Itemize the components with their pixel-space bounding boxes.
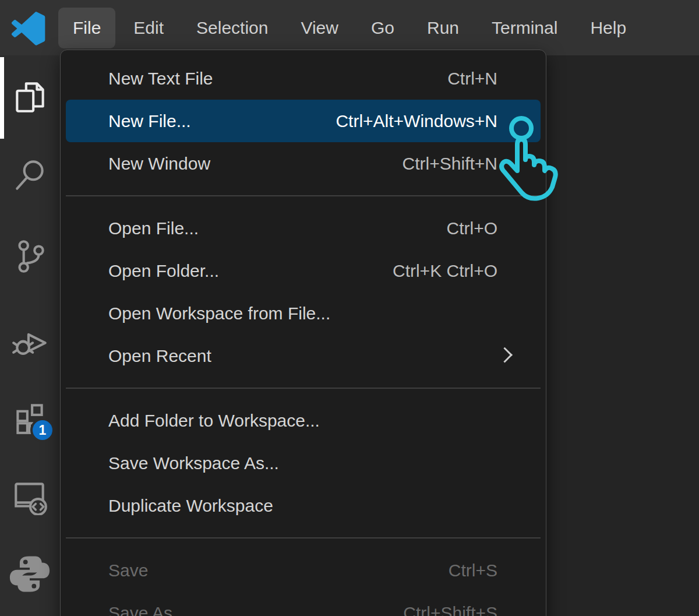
extensions-badge: 1 (30, 418, 55, 442)
menu-item-label: Duplicate Workspace (108, 496, 497, 516)
menubar-item-label: View (301, 18, 338, 37)
file-menu: New Text File Ctrl+N New File... Ctrl+Al… (60, 50, 546, 616)
file-menu-item[interactable]: Open Workspace from File... (66, 292, 541, 335)
file-menu-item[interactable]: New File... Ctrl+Alt+Windows+N (66, 100, 541, 142)
file-menu-item[interactable]: Open Recent (66, 335, 541, 377)
menu-item-label: Open Folder... (108, 261, 393, 281)
menubar-item-label: Go (371, 18, 394, 37)
menubar-item-label: Help (590, 18, 626, 37)
menubar-item-label: Selection (196, 18, 268, 37)
menu-separator (66, 195, 541, 196)
menubar-item[interactable]: Run (412, 8, 474, 48)
remote-explorer-icon[interactable] (10, 477, 49, 515)
menu-item-label: New Text File (108, 69, 447, 89)
extensions-icon[interactable]: 1 (10, 398, 49, 437)
menu-item-label: Open Recent (108, 346, 497, 366)
menubar-item[interactable]: Edit (119, 8, 178, 48)
menu-item-label: Save Workspace As... (108, 453, 497, 473)
explorer-icon[interactable] (10, 78, 49, 116)
menubar-item[interactable]: Selection (182, 8, 283, 48)
menu-item-shortcut: Ctrl+Shift+S (403, 603, 497, 616)
menubar-item-label: Terminal (492, 18, 557, 37)
menu-item-shortcut: Ctrl+O (446, 219, 497, 238)
menu-item-label: New File... (108, 111, 336, 131)
menu-item-shortcut: Ctrl+Alt+Windows+N (336, 111, 497, 131)
activity-bar: 1 (0, 55, 60, 616)
menu-separator (66, 388, 541, 389)
file-menu-item[interactable]: Save Workspace As... (66, 442, 541, 484)
file-menu-item[interactable]: Open File... Ctrl+O (66, 207, 541, 249)
menubar-item[interactable]: Terminal (477, 8, 572, 48)
titlebar: File Edit Selection View Go Run Terminal… (0, 0, 699, 55)
file-menu-item[interactable]: Open Folder... Ctrl+K Ctrl+O (66, 249, 541, 292)
menu-item-shortcut: Ctrl+S (449, 561, 497, 580)
file-menu-item[interactable]: Add Folder to Workspace... (66, 399, 541, 442)
menu-item-label: New Window (108, 154, 403, 174)
menu-item-label: Save (108, 561, 449, 580)
menu-item-label: Open Workspace from File... (108, 304, 497, 323)
menubar-item[interactable]: File (58, 8, 115, 48)
menubar: File Edit Selection View Go Run Terminal… (58, 0, 641, 55)
file-menu-item[interactable]: New Window Ctrl+Shift+N (66, 142, 541, 185)
menubar-item-label: Edit (133, 18, 164, 37)
menubar-item[interactable]: Help (576, 8, 641, 48)
active-view-indicator (0, 57, 4, 139)
menu-item-shortcut: Ctrl+Shift+N (403, 154, 497, 174)
menubar-item[interactable]: Go (356, 8, 409, 48)
vscode-logo-icon (12, 12, 45, 45)
file-menu-item[interactable]: Save As... Ctrl+Shift+S (66, 592, 541, 616)
vscode-window: 1 F (0, 0, 699, 616)
menu-separator (66, 537, 541, 538)
menu-item-label: Save As... (108, 603, 403, 616)
file-menu-item[interactable]: New Text File Ctrl+N (66, 57, 541, 100)
run-and-debug-icon[interactable] (10, 318, 49, 356)
submenu-chevron-icon (497, 347, 513, 362)
menu-item-label: Add Folder to Workspace... (108, 411, 497, 431)
file-menu-item[interactable]: Duplicate Workspace (66, 484, 541, 527)
menu-item-label: Open File... (108, 219, 446, 238)
menu-item-shortcut: Ctrl+K Ctrl+O (393, 261, 497, 281)
menubar-item-label: Run (427, 18, 459, 37)
search-icon[interactable] (10, 156, 49, 194)
source-control-icon[interactable] (10, 237, 49, 276)
file-menu-item[interactable]: Save Ctrl+S (66, 549, 541, 592)
menu-item-shortcut: Ctrl+N (447, 69, 497, 89)
python-icon[interactable] (7, 551, 45, 590)
menubar-item[interactable]: View (286, 8, 352, 48)
menubar-item-label: File (73, 18, 101, 37)
